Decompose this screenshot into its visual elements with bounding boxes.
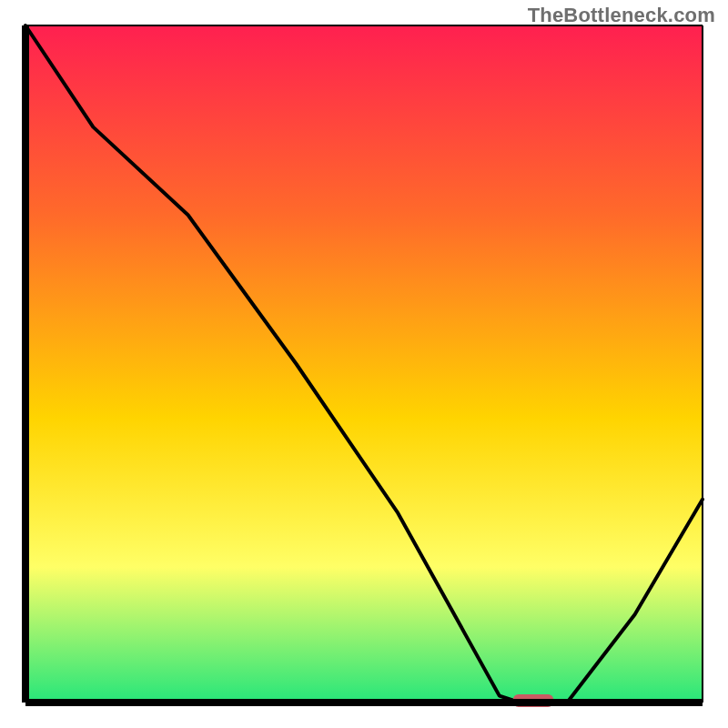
chart-container: TheBottleneck.com	[0, 0, 728, 728]
plot-background	[25, 25, 703, 703]
watermark-text: TheBottleneck.com	[528, 4, 715, 27]
bottleneck-chart	[0, 0, 728, 728]
